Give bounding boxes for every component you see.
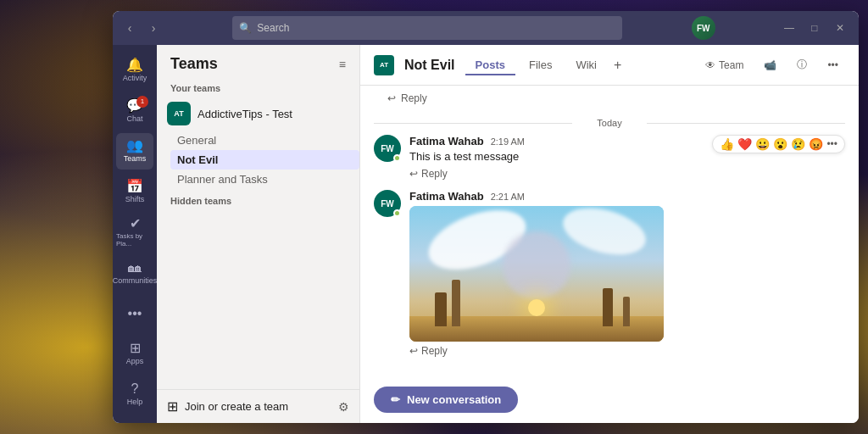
new-conv-label: New conversation [407,393,501,406]
sidebar-item-tasks[interactable]: ✔ Tasks by Pla... [116,214,153,251]
window-controls: — □ ✕ [777,16,852,40]
online-indicator [393,209,401,217]
join-label: Join or create a team [185,400,288,413]
scene-rock4 [623,297,630,326]
your-teams-label: Your teams [157,80,359,97]
back-button[interactable]: ‹ [120,18,140,38]
scene-cloud3 [503,231,570,299]
top-reply-bar[interactable]: ↩ Reply [374,86,845,111]
msg1-avatar: FW [374,135,401,162]
close-button[interactable]: ✕ [828,16,852,40]
communities-icon: 🏘 [128,261,142,275]
teams-panel-title: Teams [170,55,218,73]
filter-icon[interactable]: ≡ [339,58,346,71]
teams-header: Teams ≡ [157,45,359,80]
channel-name: Not Evil [404,58,455,73]
new-conversation-button[interactable]: ✏ New conversation [374,387,518,413]
msg2-avatar: FW [374,190,401,217]
team-label: Team [719,59,743,71]
search-bar[interactable]: 🔍 Search [232,16,622,40]
reaction-wow[interactable]: 😮 [773,137,787,151]
join-icon: ⊞ [167,398,178,415]
join-create-team[interactable]: ⊞ Join or create a team ⚙ [157,389,359,423]
more-options-button[interactable]: ••• [821,56,845,75]
info-button[interactable]: ⓘ [790,54,814,75]
channel-team-avatar: AT [374,55,394,75]
scene-sun [528,299,545,316]
reaction-heart[interactable]: ❤️ [737,137,752,151]
settings-gear-icon[interactable]: ⚙ [338,400,349,414]
teams-icon: 👥 [126,139,143,153]
sidebar-item-calendar[interactable]: 📅 Shifts [116,173,153,210]
activity-icon: 🔔 [126,58,143,72]
sidebar-item-label: Activity [123,74,147,82]
app-body: 🔔 Activity 💬 1 Chat 👥 Teams 📅 Shifts ✔ T… [113,45,859,423]
sidebar-item-more[interactable]: ••• [116,295,153,332]
sidebar-item-apps[interactable]: ⊞ Apps [116,335,153,372]
video-icon: 📹 [764,59,776,71]
channel-planner[interactable]: Planner and Tasks [170,170,359,189]
reaction-smile[interactable]: 😀 [755,137,770,151]
scene-rock2 [452,280,460,326]
scene-rock3 [603,288,613,326]
add-tab-icon[interactable]: + [610,58,625,73]
reaction-bar: 👍 ❤️ 😀 😮 😢 😡 ••• [712,135,845,153]
meet-button[interactable]: 📹 [757,56,783,75]
message-group-1: FW Fatima Wahab 2:19 AM This is a test m… [374,135,845,180]
forward-button[interactable]: › [143,18,164,38]
tab-posts[interactable]: Posts [465,55,515,75]
new-conversation-bar: ✏ New conversation [360,380,859,423]
sidebar-item-label: Tasks by Pla... [116,232,153,248]
sidebar-item-label: Communities [113,276,157,285]
reaction-sad[interactable]: 😢 [791,137,805,151]
sidebar-item-label: Shifts [125,195,145,203]
msg2-image[interactable] [409,206,664,342]
team-avatar: AT [167,102,191,125]
more-icon: ••• [827,59,838,71]
sidebar-item-label: Chat [126,114,142,123]
minimize-button[interactable]: — [777,16,801,40]
search-icon: 🔍 [239,22,252,34]
online-indicator [393,154,401,162]
user-avatar[interactable]: FW [692,16,715,40]
new-conv-icon: ✏ [391,393,400,406]
channel-header: AT Not Evil Posts Files Wiki + 👁 Team 📹 [360,45,859,86]
channel-not-evil[interactable]: Not Evil [170,150,359,170]
nav-buttons: ‹ › [120,18,164,38]
reaction-more[interactable]: ••• [826,138,837,150]
sidebar-item-label: Apps [126,357,144,365]
msg2-header: Fatima Wahab 2:21 AM [409,190,845,203]
tasks-icon: ✔ [130,217,141,231]
reaction-angry[interactable]: 😡 [809,137,823,151]
msg1-reply[interactable]: ↩ Reply [409,168,845,180]
help-icon: ? [131,382,139,396]
image-scene [409,206,664,342]
msg2-author: Fatima Wahab [409,190,484,203]
sidebar-item-chat[interactable]: 💬 1 Chat [116,92,153,130]
tab-wiki[interactable]: Wiki [565,55,607,75]
chat-badge: 1 [136,96,148,108]
app-window: ‹ › 🔍 Search FW — □ ✕ 🔔 Activity 💬 1 Cha… [113,11,859,423]
main-content: AT Not Evil Posts Files Wiki + 👁 Team 📹 [360,45,859,423]
sidebar-item-activity[interactable]: 🔔 Activity [116,52,153,89]
msg2-body: Fatima Wahab 2:21 AM [409,190,845,357]
info-icon: ⓘ [797,58,807,72]
apps-icon: ⊞ [130,342,141,355]
sidebar-item-communities[interactable]: 🏘 Communities [116,254,153,292]
date-divider: Today [374,118,845,128]
sidebar-item-label: Teams [124,154,147,163]
channel-list: General Not Evil Planner and Tasks [157,131,359,189]
tab-files[interactable]: Files [519,55,562,75]
team-addictive-tips[interactable]: AT AddictiveTips - Test ••• [157,97,359,131]
scene-rock1 [435,292,447,326]
team-button[interactable]: 👁 Team [698,56,750,75]
reaction-thumbs[interactable]: 👍 [720,137,734,151]
sidebar-item-teams[interactable]: 👥 Teams [116,133,153,170]
msg1-time: 2:19 AM [491,136,525,147]
team-name: AddictiveTips - Test [198,108,328,120]
sidebar-item-help[interactable]: ? Help [116,376,153,413]
maximize-button[interactable]: □ [803,16,826,40]
calendar-icon: 📅 [126,180,143,193]
msg2-reply[interactable]: ↩ Reply [409,345,845,357]
channel-general[interactable]: General [170,131,359,150]
